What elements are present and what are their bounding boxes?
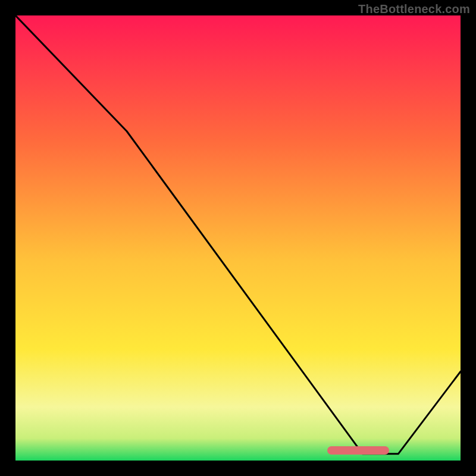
optimal-range-marker — [327, 446, 390, 455]
plot-area — [15, 15, 461, 461]
watermark-text: TheBottleneck.com — [358, 2, 470, 16]
chart-frame: TheBottleneck.com — [0, 0, 476, 476]
gradient-background — [15, 15, 461, 461]
plot-svg — [15, 15, 461, 461]
